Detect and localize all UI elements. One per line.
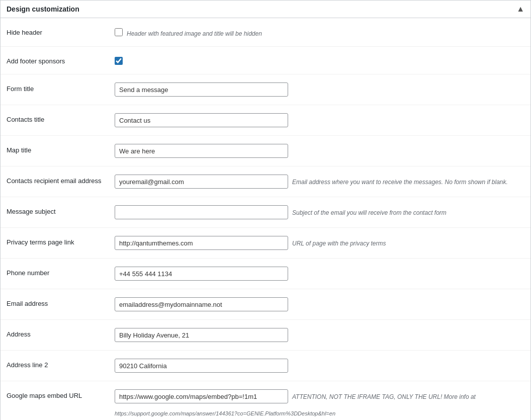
row-add-footer-sponsors: Add footer sponsors (1, 47, 530, 74)
row-address: Address (1, 320, 530, 351)
form-title-input[interactable] (115, 82, 288, 97)
row-google-maps-url: Google maps embed URL ATTENTION, NOT THE… (1, 381, 530, 420)
control-map-title (115, 144, 524, 158)
row-form-title: Form title (1, 74, 530, 105)
privacy-terms-hint: URL of page with the privacy terms (292, 236, 386, 248)
row-hide-header: Hide header Header with featured image a… (1, 18, 530, 47)
row-privacy-terms: Privacy terms page link URL of page with… (1, 228, 530, 259)
design-customization-panel: Design customization ▲ Hide header Heade… (0, 0, 531, 420)
google-maps-attention-hint: ATTENTION, NOT THE IFRAME TAG, ONLY THE … (292, 389, 476, 401)
label-address: Address (7, 328, 115, 339)
checkbox-wrapper-footer-sponsors (115, 55, 123, 65)
control-hide-header: Header with featured image and title wil… (115, 26, 524, 38)
row-message-subject: Message subject Subject of the email you… (1, 197, 530, 228)
add-footer-sponsors-checkbox[interactable] (115, 57, 123, 65)
row-phone-number: Phone number (1, 259, 530, 289)
label-add-footer-sponsors: Add footer sponsors (7, 55, 115, 66)
control-google-maps-url: ATTENTION, NOT THE IFRAME TAG, ONLY THE … (115, 389, 524, 418)
contacts-email-hint: Email address where you want to receive … (292, 175, 508, 187)
label-privacy-terms: Privacy terms page link (7, 236, 115, 247)
email-address-input[interactable] (115, 297, 288, 311)
address-line-2-input[interactable] (115, 359, 288, 373)
label-google-maps-url: Google maps embed URL (7, 389, 115, 400)
row-contacts-title: Contacts title (1, 105, 530, 136)
google-maps-url-hint: https://support.google.com/maps/answer/1… (115, 409, 524, 418)
panel-title: Design customization (7, 5, 79, 13)
contacts-email-input[interactable] (115, 175, 288, 189)
label-message-subject: Message subject (7, 205, 115, 216)
label-form-title: Form title (7, 82, 115, 94)
label-phone-number: Phone number (7, 267, 115, 278)
privacy-terms-input[interactable] (115, 236, 288, 250)
hide-header-checkbox[interactable] (115, 28, 123, 36)
control-email-address (115, 297, 524, 311)
control-form-title (115, 82, 524, 97)
control-phone-number (115, 267, 524, 281)
row-contacts-email: Contacts recipient email address Email a… (1, 166, 530, 197)
hide-header-hint: Header with featured image and title wil… (127, 26, 262, 38)
control-add-footer-sponsors (115, 55, 524, 65)
panel-body: Hide header Header with featured image a… (1, 18, 530, 420)
message-subject-input[interactable] (115, 205, 288, 219)
label-email-address: Email address (7, 297, 115, 308)
control-address (115, 328, 524, 342)
control-contacts-email: Email address where you want to receive … (115, 175, 524, 189)
label-contacts-email: Contacts recipient email address (7, 175, 115, 186)
control-contacts-title (115, 113, 524, 127)
message-subject-hint: Subject of the email you will receive fr… (292, 205, 447, 217)
row-email-address: Email address (1, 289, 530, 320)
control-privacy-terms: URL of page with the privacy terms (115, 236, 524, 250)
panel-header[interactable]: Design customization ▲ (1, 1, 530, 18)
label-address-line-2: Address line 2 (7, 359, 115, 370)
control-message-subject: Subject of the email you will receive fr… (115, 205, 524, 219)
label-hide-header: Hide header (7, 26, 115, 37)
row-map-title: Map title (1, 136, 530, 166)
toggle-icon: ▲ (516, 5, 524, 14)
row-address-line-2: Address line 2 (1, 351, 530, 381)
label-contacts-title: Contacts title (7, 113, 115, 124)
address-input[interactable] (115, 328, 288, 342)
checkbox-wrapper-hide-header (115, 26, 123, 36)
control-address-line-2 (115, 359, 524, 373)
label-map-title: Map title (7, 144, 115, 155)
phone-number-input[interactable] (115, 267, 288, 281)
contacts-title-input[interactable] (115, 113, 288, 127)
map-title-input[interactable] (115, 144, 288, 158)
google-maps-url-input[interactable] (115, 389, 288, 403)
